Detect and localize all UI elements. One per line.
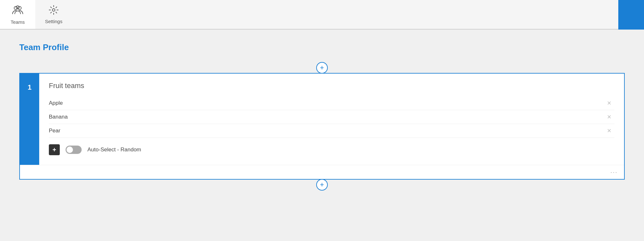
remove-member-2-button[interactable]: × — [604, 127, 614, 134]
settings-label: Settings — [45, 19, 62, 24]
svg-point-3 — [52, 9, 55, 11]
svg-point-2 — [16, 6, 19, 9]
add-member-icon: + — [52, 146, 56, 154]
team-number-badge: 1 — [20, 74, 39, 165]
team-content: Fruit teams Apple × Banana × Pear × — [39, 74, 624, 165]
team-number: 1 — [28, 83, 31, 92]
team-name: Fruit teams — [49, 82, 614, 90]
member-name: Pear — [49, 128, 60, 134]
main-content: Team Profile + 1 Fruit teams Apple × — [0, 30, 644, 241]
toggle-slider — [66, 146, 82, 154]
team-footer: + Auto-Select - Random — [49, 144, 614, 155]
more-options-button[interactable]: ··· — [610, 168, 618, 176]
add-member-button[interactable]: + — [49, 144, 60, 155]
svg-point-0 — [14, 6, 17, 10]
settings-icon — [49, 5, 59, 17]
add-team-bottom-button[interactable]: + — [316, 179, 328, 191]
teams-label: Teams — [11, 19, 25, 25]
top-nav: Teams Settings — [0, 0, 644, 30]
table-row: Banana × — [49, 110, 614, 124]
more-icon: ··· — [610, 168, 618, 175]
nav-item-teams[interactable]: Teams — [0, 0, 35, 29]
nav-item-settings[interactable]: Settings — [35, 0, 72, 29]
auto-select-toggle[interactable] — [66, 146, 82, 154]
svg-point-1 — [18, 6, 21, 10]
team-card: 1 Fruit teams Apple × Banana × Pear — [19, 73, 625, 180]
remove-member-0-button[interactable]: × — [604, 100, 614, 107]
member-name: Banana — [49, 114, 68, 120]
remove-member-1-button[interactable]: × — [604, 113, 614, 121]
table-row: Apple × — [49, 96, 614, 110]
nav-blue-button[interactable] — [618, 0, 644, 30]
member-name: Apple — [49, 100, 63, 106]
auto-select-label: Auto-Select - Random — [87, 147, 141, 153]
page-title: Team Profile — [19, 42, 625, 52]
teams-icon — [12, 4, 23, 18]
add-team-top-button[interactable]: + — [316, 62, 328, 74]
team-profile-section: + 1 Fruit teams Apple × Banana — [19, 62, 625, 191]
table-row: Pear × — [49, 124, 614, 138]
card-bottom-bar: ··· — [20, 165, 624, 179]
